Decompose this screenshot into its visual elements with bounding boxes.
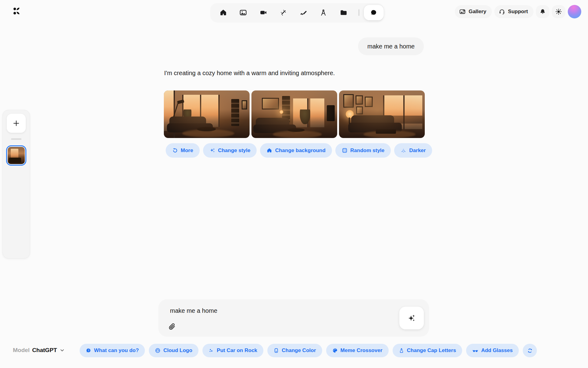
home-icon bbox=[266, 148, 272, 153]
prompt-input[interactable] bbox=[170, 307, 384, 314]
question-chat-icon: ? bbox=[86, 348, 91, 353]
suggestion-what-can-you-do[interactable]: ? What can you do? bbox=[80, 344, 145, 357]
sparkles-icon bbox=[407, 314, 416, 322]
pen-icon bbox=[300, 9, 307, 17]
image-actions-row: More Change style Change background Rand… bbox=[166, 143, 432, 158]
new-chat-button[interactable] bbox=[7, 114, 26, 133]
user-message-text: make me a home bbox=[367, 43, 415, 50]
glasses-icon bbox=[472, 347, 478, 354]
generated-images-row bbox=[164, 90, 425, 138]
user-message-bubble: make me a home bbox=[358, 37, 424, 55]
refresh-icon bbox=[527, 348, 533, 354]
nav-video-button[interactable] bbox=[257, 6, 270, 19]
theme-toggle-button[interactable] bbox=[552, 5, 565, 18]
suggestion-put-car-on-rock[interactable]: Put Car on Rock bbox=[202, 344, 263, 357]
change-style-button[interactable]: Change style bbox=[203, 143, 257, 158]
more-label: More bbox=[181, 148, 193, 154]
nav-tools-button[interactable] bbox=[317, 6, 330, 19]
change-background-label: Change background bbox=[275, 148, 325, 154]
folder-icon bbox=[340, 9, 348, 17]
toolbar-divider bbox=[358, 9, 360, 16]
palette-icon bbox=[332, 348, 338, 353]
model-selector[interactable]: Model ChatGPT bbox=[13, 347, 65, 354]
assistant-message-text: I'm creating a cozy home with a warm and… bbox=[164, 70, 335, 77]
chip-label: Cloud Logo bbox=[163, 347, 192, 354]
support-label: Support bbox=[508, 9, 528, 15]
chip-label: Change Cap Letters bbox=[407, 347, 456, 354]
nav-enhance-button[interactable] bbox=[277, 6, 290, 19]
more-button[interactable]: More bbox=[166, 143, 200, 158]
chevron-down-icon bbox=[59, 347, 65, 353]
crown-icon bbox=[399, 348, 404, 353]
redo-icon bbox=[172, 148, 178, 153]
suggestion-cloud-logo[interactable]: Cloud Logo bbox=[149, 344, 198, 357]
main-toolbar bbox=[210, 3, 384, 22]
chip-label: Add Glasses bbox=[481, 347, 513, 354]
refresh-suggestions-button[interactable] bbox=[523, 344, 537, 357]
dots-icon bbox=[209, 348, 214, 353]
gallery-icon bbox=[459, 8, 466, 15]
support-button[interactable]: Support bbox=[494, 5, 533, 18]
suggestion-change-color[interactable]: Change Color bbox=[267, 344, 322, 357]
home-icon bbox=[219, 9, 227, 17]
suggestion-add-glasses[interactable]: Add Glasses bbox=[466, 344, 519, 357]
headset-icon bbox=[499, 8, 505, 15]
chat-bubble-icon bbox=[370, 9, 378, 17]
nav-edit-button[interactable] bbox=[297, 6, 310, 19]
user-avatar[interactable] bbox=[568, 5, 581, 18]
chat-sidebar bbox=[2, 110, 30, 259]
chip-label: Put Car on Rock bbox=[217, 347, 257, 354]
gallery-label: Gallery bbox=[469, 9, 486, 15]
sidebar-divider bbox=[11, 138, 21, 140]
random-style-button[interactable]: Random style bbox=[335, 143, 391, 158]
nav-assets-button[interactable] bbox=[337, 6, 350, 19]
nav-image-button[interactable] bbox=[237, 6, 250, 19]
color-swatch-icon bbox=[273, 348, 279, 353]
model-label: Model bbox=[13, 347, 30, 354]
chat-thumbnail-image bbox=[8, 147, 25, 164]
sunset-dim-icon bbox=[401, 148, 406, 153]
generated-image-2[interactable] bbox=[251, 90, 337, 138]
cloud-icon bbox=[155, 348, 160, 353]
chip-label: Meme Crossover bbox=[341, 347, 383, 354]
suggestion-chips-row: ? What can you do? Cloud Logo Put Car on… bbox=[80, 344, 537, 357]
video-camera-icon bbox=[259, 9, 267, 17]
krea-logo-icon bbox=[12, 6, 21, 16]
change-background-button[interactable]: Change background bbox=[260, 143, 332, 158]
chip-label: Change Color bbox=[282, 347, 316, 354]
darker-button[interactable]: Darker bbox=[394, 143, 432, 158]
dice-icon bbox=[342, 148, 348, 153]
nav-chat-button-active[interactable] bbox=[364, 5, 384, 20]
random-style-label: Random style bbox=[350, 148, 384, 154]
darker-label: Darker bbox=[409, 148, 426, 154]
magic-wand-icon bbox=[279, 9, 287, 17]
gallery-button[interactable]: Gallery bbox=[455, 5, 492, 18]
sun-icon bbox=[555, 8, 562, 15]
prompt-composer bbox=[158, 299, 429, 337]
krea-logo[interactable] bbox=[10, 5, 23, 17]
generated-image-3[interactable] bbox=[339, 90, 425, 138]
model-value: ChatGPT bbox=[32, 347, 57, 354]
generate-button[interactable] bbox=[399, 307, 424, 329]
change-style-label: Change style bbox=[218, 148, 251, 154]
compass-icon bbox=[319, 9, 327, 17]
nav-home-button[interactable] bbox=[217, 6, 230, 19]
notifications-button[interactable] bbox=[536, 5, 549, 18]
paperclip-icon bbox=[168, 323, 176, 330]
suggestion-change-cap-letters[interactable]: Change Cap Letters bbox=[393, 344, 462, 357]
image-icon bbox=[239, 9, 247, 17]
sparkles-icon bbox=[209, 148, 215, 153]
svg-text:?: ? bbox=[88, 349, 89, 352]
generated-image-1[interactable] bbox=[164, 90, 250, 138]
chat-thumbnail-selected[interactable] bbox=[6, 145, 26, 166]
suggestion-meme-crossover[interactable]: Meme Crossover bbox=[326, 344, 389, 357]
attach-button[interactable] bbox=[168, 322, 177, 331]
chip-label: What can you do? bbox=[94, 347, 139, 354]
top-right-controls: Gallery Support bbox=[455, 5, 581, 18]
plus-icon bbox=[13, 120, 20, 127]
bell-icon bbox=[539, 8, 546, 15]
